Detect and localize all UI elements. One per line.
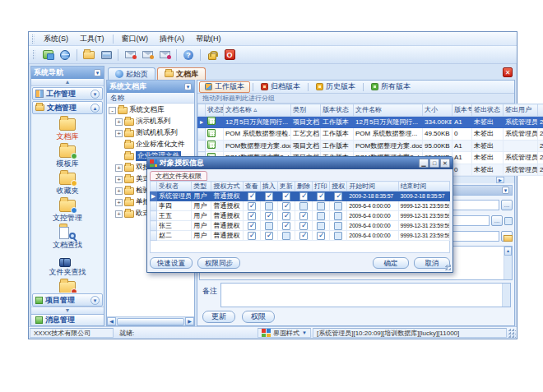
pin-icon[interactable]: ▾: [94, 69, 101, 76]
sidebar-item-template-library[interactable]: 模板库: [33, 144, 102, 170]
print-checkbox[interactable]: [317, 222, 325, 230]
permission-row[interactable]: 王五用户普通授权 2009-6-4 0:00:009999-12-31 23:5…: [151, 211, 450, 221]
delete-checkbox[interactable]: [299, 202, 308, 210]
col-version-no[interactable]: 版本号: [452, 104, 472, 117]
insert-checkbox[interactable]: [265, 232, 273, 240]
close-icon[interactable]: ✕: [503, 67, 513, 77]
exit-icon[interactable]: O: [222, 48, 237, 62]
scroll-right-icon[interactable]: ▶: [496, 177, 504, 183]
tree-item[interactable]: - 系统文档库: [107, 104, 194, 116]
authorize-checkbox[interactable]: [334, 202, 342, 210]
col-type[interactable]: 类型: [192, 182, 211, 191]
ui-style-picker[interactable]: 界面样式 ▼: [258, 328, 311, 338]
menu-system[interactable]: 系统(S): [39, 33, 73, 45]
textarea-scrollbar[interactable]: [504, 247, 512, 279]
delete-checkbox[interactable]: [299, 232, 308, 240]
view-checkbox[interactable]: [248, 212, 256, 220]
insert-checkbox[interactable]: [265, 222, 273, 230]
chevron-down-icon[interactable]: ▼: [90, 296, 100, 305]
update-checkbox[interactable]: [282, 202, 290, 210]
remark-textarea[interactable]: [220, 283, 511, 307]
chevron-up-icon[interactable]: ▲: [90, 104, 100, 113]
tab-all-version[interactable]: 所有版本: [366, 81, 415, 93]
col-update[interactable]: 更新: [277, 182, 295, 191]
authorize-checkbox[interactable]: [334, 212, 342, 220]
col-start-time[interactable]: 开始时间: [347, 182, 398, 191]
col-doc-name[interactable]: 文档名称 ▵: [224, 104, 291, 117]
sidebar-scroll-up[interactable]: ▲: [31, 79, 104, 86]
view-checkbox[interactable]: [248, 202, 256, 210]
sidebar-item-checked-out-docs[interactable]: 签出的文档: [33, 279, 102, 293]
permission-row[interactable]: 赵二用户普通授权 2009-6-4 0:00:009999-12-31 23:5…: [151, 231, 450, 241]
tab-document-library[interactable]: 文档库: [157, 67, 206, 80]
sync-icon[interactable]: [40, 48, 55, 62]
pin-icon[interactable]: ▾: [184, 83, 192, 90]
ellipsis-button[interactable]: …: [491, 215, 503, 226]
col-category[interactable]: 类别: [291, 104, 321, 117]
tab-working-version[interactable]: 工作版本: [199, 81, 250, 93]
expander-icon[interactable]: -: [109, 107, 116, 114]
sidebar-item-document-library[interactable]: 文档库: [33, 117, 102, 143]
close-icon[interactable]: ✕: [440, 159, 450, 168]
sidebar-footer-message[interactable]: 消息管理: [31, 314, 104, 325]
group-by-bar[interactable]: 拖动列标题到此进行分组: [197, 94, 514, 104]
tab-start-page[interactable]: 起始页: [108, 67, 155, 80]
col-delete[interactable]: 删除: [295, 182, 312, 191]
lock-icon[interactable]: [205, 48, 220, 62]
permission-sync-button[interactable]: 权限同步: [197, 257, 240, 269]
maximize-icon[interactable]: □: [429, 159, 439, 168]
col-print[interactable]: 打印: [313, 182, 330, 191]
help-icon[interactable]: ?: [181, 48, 196, 62]
menu-help[interactable]: 帮助(H): [191, 33, 226, 45]
col-size[interactable]: 大小: [423, 104, 452, 117]
menu-window[interactable]: 窗口(W): [117, 33, 154, 45]
view-checkbox[interactable]: [248, 222, 256, 230]
sidebar-section-work[interactable]: 工作管理 ▼: [32, 87, 103, 100]
grid-row-selected[interactable]: ▸ 12月5日万兴隆同行...项目文档 工作版本12月5日万兴隆同行... 33…: [198, 116, 543, 128]
view-checkbox[interactable]: [248, 192, 256, 201]
internet-icon[interactable]: [58, 48, 72, 62]
pin-icon[interactable]: ▾: [502, 187, 509, 194]
update-checkbox[interactable]: [282, 212, 290, 220]
print-checkbox[interactable]: [317, 202, 325, 210]
col-authorize[interactable]: 授权: [330, 182, 347, 191]
expander-icon[interactable]: +: [115, 210, 123, 218]
col-insert[interactable]: 插入: [260, 182, 277, 191]
mail-manage-icon[interactable]: [157, 48, 172, 62]
permission-button[interactable]: 权限: [242, 311, 275, 323]
col-version-state[interactable]: 版本状态: [321, 104, 354, 117]
col-auth-mode[interactable]: 授权方式: [211, 182, 243, 191]
update-checkbox[interactable]: [282, 192, 290, 201]
insert-checkbox[interactable]: [265, 202, 273, 210]
update-checkbox[interactable]: [282, 232, 290, 240]
quick-setup-button[interactable]: 快速设置: [150, 257, 193, 269]
mail-receive-icon[interactable]: [140, 48, 155, 62]
tree-item[interactable]: + 测试机机系列: [107, 127, 194, 139]
tree-item[interactable]: + 演示机系列: [107, 116, 194, 127]
grid-row[interactable]: POM数据整理方案.doc项目文档 工作版本POM数据整理方案.doc 95.0…: [198, 140, 543, 152]
ok-button[interactable]: 确定: [373, 257, 409, 269]
window-resize-grip[interactable]: [508, 328, 516, 338]
permission-row[interactable]: 李四用户普通授权 2009-6-4 0:00:009999-12-31 23:5…: [151, 201, 450, 211]
sidebar-scroll-down[interactable]: ▼: [31, 307, 104, 314]
expander-icon[interactable]: +: [115, 176, 123, 183]
update-button[interactable]: 更新: [202, 311, 235, 323]
tree-column-header[interactable]: 名称: [107, 93, 194, 104]
permission-row-selected[interactable]: ▶ 系统管理员用户普通授权 2009-2-18 8:35:573009-2-18…: [151, 191, 450, 201]
computer-icon[interactable]: [99, 48, 114, 62]
sidebar-item-favorites[interactable]: 收藏夹: [33, 171, 102, 197]
sidebar-section-project[interactable]: 项目管理 ▼: [32, 293, 103, 307]
col-checkout-state[interactable]: 签出状态: [472, 104, 504, 117]
delete-checkbox[interactable]: [299, 212, 308, 220]
grid-row[interactable]: POM 系统数据整理检...工艺文档 工作版本POM 系统数据整理... 49.…: [198, 128, 543, 141]
tree-horizontal-scrollbar[interactable]: ◀ ▶: [107, 316, 194, 325]
insert-checkbox[interactable]: [265, 192, 273, 201]
col-status-icon[interactable]: 状态图: [206, 104, 224, 117]
sidebar-section-doc[interactable]: 文档管理 ▲: [32, 101, 103, 114]
insert-checkbox[interactable]: [265, 212, 273, 220]
print-checkbox[interactable]: [317, 232, 325, 240]
col-file-name[interactable]: 文件名称: [354, 104, 423, 117]
textarea-scrollbar[interactable]: [502, 284, 510, 307]
open-folder-icon[interactable]: [81, 48, 96, 62]
minimize-icon[interactable]: ▁: [419, 159, 429, 168]
